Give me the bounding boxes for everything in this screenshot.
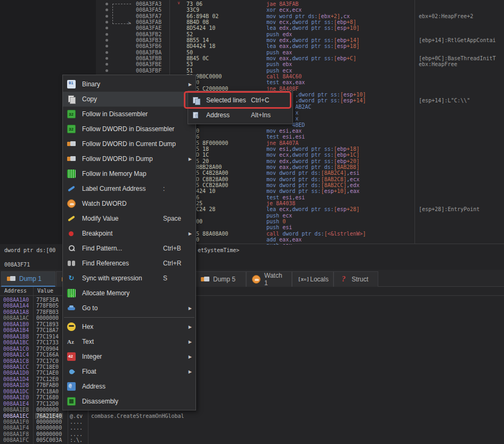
disasm-row[interactable]: 008A3FBE53push ebxebx:HeapFree bbox=[0, 61, 504, 68]
menu-item-label: Follow DWORD in Current Dump bbox=[82, 140, 176, 148]
menu-item-hex[interactable]: Hex▶ bbox=[63, 319, 196, 334]
dump-address: 008AA1B8 bbox=[3, 334, 29, 340]
dump-truck-icon bbox=[67, 140, 76, 148]
menu-item-disassembly[interactable]: Disassembly bbox=[63, 394, 196, 409]
breakpoint-dot-icon[interactable] bbox=[105, 63, 108, 66]
menu-item-copy[interactable]: Copy bbox=[63, 92, 196, 107]
menu-item-follow-dword-in-disassembler[interactable]: Follow DWORD in Disassembler bbox=[63, 122, 196, 136]
disasm-comment: [esp+14]:L"C:\\" bbox=[419, 98, 470, 103]
tab-dump-1[interactable]: Dump 1 bbox=[1, 271, 55, 287]
disasm-instruction: mov dword ptr ds:[8AB2CC],edx bbox=[266, 182, 360, 188]
submenu-item-address[interactable]: AddressAlt+Ins bbox=[188, 108, 292, 123]
menu-item-label: Go to bbox=[82, 304, 97, 312]
dump-ascii: .... bbox=[70, 419, 83, 425]
dump-row[interactable]: 008AA1F000000000.... bbox=[0, 419, 504, 425]
memory-map-icon bbox=[67, 169, 76, 178]
dump-address: 008AA1D0 bbox=[3, 370, 29, 376]
breakpoint-dot-icon[interactable] bbox=[105, 21, 108, 23]
menu-item-binary[interactable]: Binary▶ bbox=[63, 77, 196, 92]
disasm-row[interactable]: 008A3FBF51push ecx bbox=[0, 68, 504, 74]
disasm-row[interactable]: 008A3FA533C9xor ecx,ecx bbox=[0, 7, 504, 13]
submenu-arrow-icon: ▶ bbox=[189, 340, 192, 344]
menu-item-float[interactable]: Float▶ bbox=[63, 364, 196, 379]
dump-value: 77BFAB0 bbox=[36, 382, 59, 388]
disasm-row[interactable]: 008A3FA3∨73 06jae 8A3FAB bbox=[0, 1, 504, 7]
menu-item-label: Follow in Disassembler bbox=[82, 110, 148, 118]
disasm-instruction: xor ecx,ecx bbox=[266, 7, 302, 13]
disasm-row[interactable]: 008A3FB38B55 14mov edx,dword ptr ss:[ebp… bbox=[0, 37, 504, 44]
disasm-row[interactable]: 008A3FB68D4424 18lea eax,dword ptr ss:[e… bbox=[0, 43, 504, 50]
float-drop-icon bbox=[67, 367, 76, 376]
disasm-row[interactable]: 008A3FAE8D5424 10lea edx,dword ptr ss:[e… bbox=[0, 25, 504, 31]
menu-item-address[interactable]: Address bbox=[63, 379, 196, 394]
menu-item-breakpoint[interactable]: Breakpoint▶ bbox=[63, 226, 196, 241]
disasm-bytes: 8B45 0C bbox=[186, 55, 209, 61]
submenu-arrow-icon: ▶ bbox=[189, 369, 192, 374]
dump-row[interactable]: 008AA1F400000000.... bbox=[0, 425, 504, 431]
disasm-row[interactable]: 008A3FAB8B4D 08mov ecx,dword ptr ss:[ebp… bbox=[0, 19, 504, 26]
menu-item-integer[interactable]: Integer▶ bbox=[63, 349, 196, 364]
dump-address: 008AA1E8 bbox=[3, 407, 29, 413]
breakpoint-dot-icon[interactable] bbox=[105, 15, 108, 18]
menu-separator bbox=[64, 317, 194, 318]
disasm-comment: [esp+28]:EntryPoint bbox=[419, 206, 479, 212]
menu-item-follow-in-disassembler[interactable]: Follow in Disassembler bbox=[63, 107, 196, 122]
tab-locals[interactable]: [x=]Locals bbox=[292, 271, 334, 287]
breakpoint-dot-icon[interactable] bbox=[105, 9, 108, 11]
dump-truck-icon bbox=[67, 155, 76, 163]
tab-struct[interactable]: ?Struct bbox=[334, 271, 378, 287]
breakpoint-dot-icon[interactable] bbox=[105, 33, 108, 36]
menu-item-follow-dword-in-dump[interactable]: Follow DWORD in Dump▶ bbox=[63, 151, 196, 166]
menu-item-label-current-address[interactable]: Label Current Address: bbox=[63, 181, 196, 196]
breakpoint-dot-icon[interactable] bbox=[105, 3, 108, 5]
breakpoint-dot-icon[interactable] bbox=[105, 69, 108, 72]
disasm-row[interactable]: 008A3FB252push edx bbox=[0, 31, 504, 38]
disasm-row[interactable]: 008A3FBB8B45 0Cmov eax,dword ptr ss:[ebp… bbox=[0, 55, 504, 62]
menu-item-sync-with-expression[interactable]: ↻Sync with expressionS bbox=[63, 271, 196, 286]
disasm-bytes: 8B55 14 bbox=[186, 37, 209, 43]
menu-item-follow-dword-in-current-dump[interactable]: Follow DWORD in Current Dump bbox=[63, 136, 196, 151]
disasm-address: 008A3FBA bbox=[136, 50, 161, 55]
menu-item-label: Allocate Memory bbox=[82, 289, 129, 297]
disasm-row[interactable]: 008A3FBA50push eax bbox=[0, 50, 504, 56]
menu-item-go-to[interactable]: Go to▶ bbox=[63, 301, 196, 316]
tab-dump-5[interactable]: Dump 5 bbox=[195, 271, 246, 287]
dump-value: 77C12E0 bbox=[36, 376, 59, 382]
menu-item-label: Find References bbox=[82, 260, 129, 267]
disasm-bytes: 8D4424 18 bbox=[186, 43, 215, 49]
address-at-icon bbox=[67, 382, 76, 391]
dump-value: 77C18A7 bbox=[36, 327, 59, 333]
menu-item-text[interactable]: AzText▶ bbox=[63, 334, 196, 349]
menu-item-watch-dword[interactable]: Watch DWORD bbox=[63, 196, 196, 211]
info-line-expression: dword ptr ds:[00 bbox=[4, 247, 55, 253]
disasm-bytes: 66:894B 02 bbox=[186, 13, 218, 19]
tab-watch-1[interactable]: Watch 1 bbox=[246, 271, 292, 287]
disasm-row[interactable]: 008A3FA766:894B 02mov word ptr ds:[ebx+2… bbox=[0, 13, 504, 20]
dump-row[interactable]: 008AA1F800000000.... bbox=[0, 431, 504, 438]
binoculars-icon bbox=[67, 259, 76, 268]
breakpoint-dot-icon[interactable] bbox=[105, 27, 108, 29]
breakpoint-dot-icon[interactable] bbox=[105, 57, 108, 60]
breakpoint-dot-icon[interactable] bbox=[105, 39, 108, 42]
menu-item-label: Follow DWORD in Disassembler bbox=[82, 125, 174, 133]
struct-icon: ? bbox=[339, 275, 348, 284]
breakpoint-dot-icon[interactable] bbox=[105, 45, 108, 47]
dump-row[interactable]: 008AA1EC76A21E40@.¢vcombase.CreateStream… bbox=[0, 413, 504, 419]
annotation-red-box bbox=[184, 91, 291, 109]
dump-value: 0000000 bbox=[36, 315, 59, 321]
disasm-instruction: push ecx bbox=[266, 68, 292, 74]
pencil-icon bbox=[67, 214, 76, 223]
dump-row[interactable]: 008AA1FC005C003A:.\. bbox=[0, 437, 504, 443]
breakpoint-dot-icon[interactable] bbox=[105, 51, 108, 54]
copy-icon bbox=[67, 95, 76, 103]
text-az-icon: Az bbox=[67, 337, 76, 346]
menu-item-follow-in-memory-map[interactable]: Follow in Memory Map bbox=[63, 166, 196, 181]
disasm-instruction: push eax bbox=[266, 50, 292, 55]
menu-item-modify-value[interactable]: Modify ValueSpace bbox=[63, 211, 196, 226]
menu-item-find-pattern[interactable]: Find Pattern...Ctrl+B bbox=[63, 241, 196, 256]
menu-item-allocate-memory[interactable]: Allocate Memory bbox=[63, 286, 196, 301]
dump-value: 005C003A bbox=[36, 437, 62, 443]
info-line-symbol: etSystemTime> bbox=[198, 247, 239, 253]
menu-item-find-references[interactable]: Find ReferencesCtrl+R bbox=[63, 256, 196, 271]
menu-item-label: Find Pattern... bbox=[82, 245, 122, 252]
